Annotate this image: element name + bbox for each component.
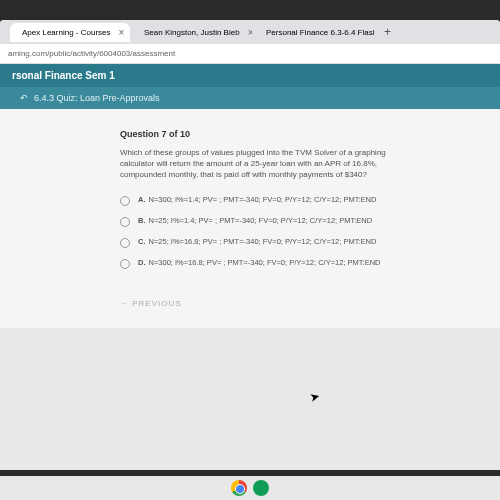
close-icon[interactable]: ×: [248, 27, 252, 38]
option-c[interactable]: C.N=25; I%=16.8; PV= ; PMT=-340; FV=0; P…: [120, 237, 400, 248]
tab-label: Sean Kingston, Justin Bieb: [144, 28, 240, 37]
radio-icon[interactable]: [120, 238, 130, 248]
tab-apex[interactable]: Apex Learning - Courses ×: [10, 23, 130, 42]
radio-icon[interactable]: [120, 259, 130, 269]
mouse-cursor: ➤: [308, 389, 321, 405]
new-tab-button[interactable]: +: [376, 25, 399, 39]
address-bar[interactable]: aming.com/public/activity/6004003/assess…: [0, 44, 500, 64]
tab-label: Apex Learning - Courses: [22, 28, 111, 37]
app-icon[interactable]: [253, 480, 269, 496]
browser-tabs: Apex Learning - Courses × Sean Kingston,…: [0, 20, 500, 44]
question-panel: Question 7 of 10 Which of these groups o…: [0, 109, 500, 328]
radio-icon[interactable]: [120, 196, 130, 206]
tab-youtube[interactable]: Sean Kingston, Justin Bieb ×: [132, 23, 252, 42]
taskbar: [0, 476, 500, 500]
option-a[interactable]: A.N=300; I%=1.4; PV= ; PMT=-340; FV=0; P…: [120, 195, 400, 206]
chrome-icon[interactable]: [231, 480, 247, 496]
option-b[interactable]: B.N=25; I%=1.4; PV= ; PMT=-340; FV=0; P/…: [120, 216, 400, 227]
option-d[interactable]: D.N=300; I%=16.8; PV= ; PMT=-340; FV=0; …: [120, 258, 400, 269]
question-text: Which of these groups of values plugged …: [120, 147, 400, 181]
radio-icon[interactable]: [120, 217, 130, 227]
previous-button[interactable]: ← PREVIOUS: [120, 299, 400, 308]
close-icon[interactable]: ×: [119, 27, 125, 38]
tab-label: Personal Finance 6.3-6.4 Flash: [266, 28, 374, 37]
question-number: Question 7 of 10: [120, 129, 400, 139]
url-text: aming.com/public/activity/6004003/assess…: [8, 49, 175, 58]
return-icon[interactable]: [20, 93, 28, 103]
tab-quizlet[interactable]: Personal Finance 6.3-6.4 Flash ×: [254, 23, 374, 42]
course-header: rsonal Finance Sem 1: [0, 64, 500, 87]
quiz-breadcrumb: 6.4.3 Quiz: Loan Pre-Approvals: [0, 87, 500, 109]
